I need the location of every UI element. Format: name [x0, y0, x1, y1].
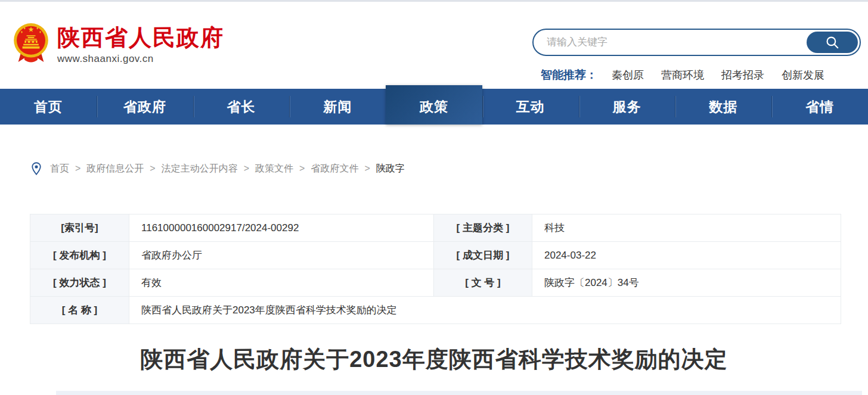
national-emblem-icon [12, 21, 50, 64]
site-logo[interactable]: 陕西省人民政府 www.shaanxi.gov.cn [12, 21, 224, 65]
nav-item-data[interactable]: 数据 [675, 89, 771, 125]
nav-item-news[interactable]: 新闻 [289, 89, 386, 125]
document-info-table: [索引号] 116100000160002917/2024-00292 [ 主题… [30, 214, 841, 324]
nav-item-home[interactable]: 首页 [0, 89, 97, 125]
breadcrumb-item-policy-documents[interactable]: 政策文件 [255, 163, 293, 175]
breadcrumb-separator: > [150, 163, 155, 174]
search-button[interactable] [807, 32, 858, 53]
nav-item-services[interactable]: 服务 [579, 89, 675, 125]
site-name: 陕西省人民政府 [57, 26, 224, 50]
table-row: [ 名 称 ] 陕西省人民政府关于2023年度陕西省科学技术奖励的决定 [30, 297, 841, 324]
table-row: [索引号] 116100000160002917/2024-00292 [ 主题… [30, 214, 841, 242]
breadcrumb-item-provincial-gov-documents[interactable]: 省政府文件 [311, 163, 358, 175]
doc-info-label-issue-date: [ 成文日期 ] [434, 242, 532, 269]
breadcrumb-item-statutory-disclosure[interactable]: 法定主动公开内容 [162, 163, 238, 175]
breadcrumb-separator: > [244, 163, 249, 174]
breadcrumb-item-info-disclosure[interactable]: 政府信息公开 [86, 163, 144, 175]
doc-info-value-title: 陕西省人民政府关于2023年度陕西省科学技术奖励的决定 [129, 297, 841, 324]
site-title-block: 陕西省人民政府 www.shaanxi.gov.cn [57, 21, 224, 65]
doc-info-label-topic-category: [ 主题分类 ] [434, 214, 532, 242]
breadcrumb-item-current: 陕政字 [376, 163, 405, 175]
doc-info-value-issue-date: 2024-03-22 [532, 242, 841, 269]
location-pin-icon [31, 162, 42, 175]
site-url: www.shaanxi.gov.cn [57, 53, 224, 65]
doc-info-value-issuing-agency: 省政府办公厅 [129, 242, 434, 269]
doc-info-label-validity-status: [ 效力状态 ] [30, 269, 129, 297]
doc-info-label-title: [ 名 称 ] [30, 297, 129, 324]
doc-info-label-document-number: [ 文 号 ] [434, 269, 532, 297]
nav-item-province-overview[interactable]: 省情 [771, 89, 868, 125]
smart-recommend-bar: 智能推荐： 秦创原 营商环境 招考招录 创新发展 [532, 67, 861, 83]
smart-recommend-link-recruitment[interactable]: 招考招录 [721, 68, 764, 82]
next-section-edge [56, 391, 862, 395]
doc-info-value-validity-status: 有效 [129, 269, 434, 297]
nav-item-governor[interactable]: 省长 [193, 89, 290, 125]
smart-recommend-link-innovation[interactable]: 创新发展 [782, 68, 824, 82]
doc-info-value-document-number: 陕政字〔2024〕34号 [532, 269, 841, 297]
table-row: [ 效力状态 ] 有效 [ 文 号 ] 陕政字〔2024〕34号 [30, 269, 841, 297]
nav-item-policy[interactable]: 政策 [386, 85, 482, 125]
breadcrumb-separator: > [75, 163, 80, 174]
breadcrumb-separator: > [364, 163, 370, 174]
doc-info-label-index-number: [索引号] [30, 214, 129, 242]
smart-recommend-label: 智能推荐： [541, 67, 597, 83]
smart-recommend-link-qinchuangyuan[interactable]: 秦创原 [612, 68, 644, 82]
breadcrumb-separator: > [299, 163, 305, 174]
doc-info-label-issuing-agency: [ 发布机构 ] [30, 242, 129, 269]
search-box [532, 29, 861, 56]
main-nav: 首页 省政府 省长 新闻 政策 互动 服务 数据 省情 [0, 89, 868, 125]
nav-item-provincial-government[interactable]: 省政府 [97, 89, 193, 125]
search-input[interactable] [547, 31, 773, 54]
smart-recommend-link-business-env[interactable]: 营商环境 [661, 68, 704, 82]
table-row: [ 发布机构 ] 省政府办公厅 [ 成文日期 ] 2024-03-22 [30, 242, 841, 269]
breadcrumb-item-home[interactable]: 首页 [50, 163, 69, 175]
doc-info-value-topic-category: 科技 [532, 214, 841, 242]
article-title: 陕西省人民政府关于2023年度陕西省科学技术奖励的决定 [0, 344, 868, 375]
search-area: 智能推荐： 秦创原 营商环境 招考招录 创新发展 [532, 29, 861, 83]
nav-item-interaction[interactable]: 互动 [482, 89, 579, 125]
magnifier-icon [824, 35, 840, 50]
breadcrumb: 首页 > 政府信息公开 > 法定主动公开内容 > 政策文件 > 省政府文件 > … [31, 162, 868, 175]
doc-info-value-index-number: 116100000160002917/2024-00292 [129, 214, 434, 242]
site-header: 陕西省人民政府 www.shaanxi.gov.cn 智能推荐： 秦创原 营商环… [0, 2, 868, 89]
